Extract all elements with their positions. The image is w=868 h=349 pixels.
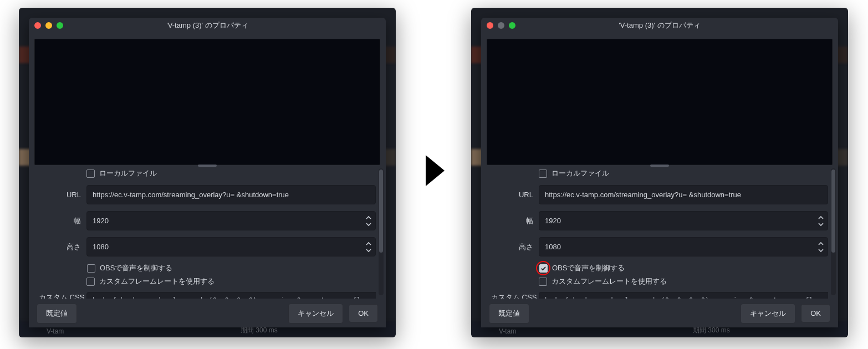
width-label: 幅: [491, 216, 539, 226]
width-input[interactable]: 1920: [86, 211, 376, 230]
titlebar: 'V-tamp (3)' のプロパティ: [29, 18, 386, 33]
bottom-hint-source: V-tam: [47, 327, 64, 335]
dialog-footer: 既定値 キャンセル OK: [29, 299, 386, 327]
chevron-up-icon[interactable]: [364, 215, 374, 220]
height-stepper[interactable]: [816, 239, 826, 255]
custom-css-label: カスタム CSS: [39, 292, 86, 299]
local-file-toggle[interactable]: ローカルファイル: [539, 168, 828, 178]
width-label: 幅: [39, 216, 86, 226]
height-label: 高さ: [491, 242, 539, 252]
window-controls: [34, 22, 63, 29]
custom-css-input[interactable]: body { background-color: rgba(0, 0, 0, 0…: [86, 292, 376, 299]
url-label: URL: [39, 191, 86, 199]
custom-css-input[interactable]: body { background-color: rgba(0, 0, 0, 0…: [539, 292, 828, 299]
checkbox-icon: [86, 278, 95, 286]
bottom-hint-source: V-tam: [499, 327, 516, 335]
chevron-down-icon[interactable]: [816, 248, 826, 253]
scrollbar-thumb[interactable]: [831, 170, 835, 253]
chevron-down-icon[interactable]: [364, 222, 374, 227]
maximize-icon[interactable]: [509, 22, 515, 29]
local-file-toggle[interactable]: ローカルファイル: [86, 168, 376, 178]
chevron-up-icon[interactable]: [364, 241, 374, 247]
maximize-icon[interactable]: [57, 22, 63, 29]
control-audio-toggle[interactable]: OBSで音声を制御する: [86, 263, 376, 273]
custom-fps-toggle[interactable]: カスタムフレームレートを使用する: [539, 276, 828, 286]
checkbox-icon: [87, 264, 95, 273]
defaults-button[interactable]: 既定値: [37, 304, 77, 324]
chevron-up-icon[interactable]: [816, 241, 826, 247]
cancel-button[interactable]: キャンセル: [741, 304, 795, 324]
url-input[interactable]: https://ec.v-tamp.com/streaming_overlay?…: [86, 185, 376, 204]
minimize-icon[interactable]: [45, 22, 52, 29]
checkbox-icon: [539, 170, 547, 178]
close-icon[interactable]: [34, 22, 41, 29]
dialog-footer: 既定値 キャンセル OK: [481, 299, 838, 327]
source-preview: [487, 39, 833, 165]
before-panel: V-tam 期間 300 ms 'V-tamp (3)' のプロパティ ローカ: [19, 8, 396, 337]
height-input[interactable]: 1080: [86, 237, 376, 256]
cancel-button[interactable]: キャンセル: [288, 304, 343, 324]
arrow-right-icon: [426, 155, 445, 186]
control-audio-label: OBSで音声を制御する: [552, 263, 625, 273]
scrollbar[interactable]: [831, 168, 836, 295]
minimize-icon[interactable]: [498, 22, 504, 29]
checkbox-icon: [86, 170, 95, 178]
ok-button[interactable]: OK: [801, 304, 830, 322]
width-input[interactable]: 1920: [539, 211, 828, 230]
local-file-label: ローカルファイル: [552, 168, 609, 178]
properties-dialog: 'V-tamp (3)' のプロパティ ローカルファイル URL https:/…: [481, 18, 838, 327]
window-title: 'V-tamp (3)' のプロパティ: [166, 20, 248, 30]
defaults-button[interactable]: 既定値: [489, 304, 529, 324]
window-controls: [487, 22, 515, 29]
control-audio-toggle[interactable]: OBSで音声を制御する: [539, 263, 828, 273]
scrollbar-thumb[interactable]: [379, 170, 383, 253]
height-input[interactable]: 1080: [539, 237, 828, 256]
custom-fps-label: カスタムフレームレートを使用する: [99, 276, 215, 286]
custom-fps-toggle[interactable]: カスタムフレームレートを使用する: [86, 276, 376, 286]
chevron-down-icon[interactable]: [364, 248, 374, 253]
close-icon[interactable]: [487, 22, 493, 29]
custom-css-label: カスタム CSS: [491, 292, 539, 299]
window-title: 'V-tamp (3)' のプロパティ: [619, 20, 700, 30]
url-input[interactable]: https://ec.v-tamp.com/streaming_overlay?…: [539, 185, 828, 204]
source-preview: [34, 39, 380, 165]
chevron-down-icon[interactable]: [816, 222, 826, 227]
properties-dialog: 'V-tamp (3)' のプロパティ ローカルファイル URL: [29, 18, 386, 327]
width-stepper[interactable]: [364, 213, 374, 229]
chevron-up-icon[interactable]: [816, 215, 826, 220]
control-audio-label: OBSで音声を制御する: [100, 263, 172, 273]
ok-button[interactable]: OK: [349, 304, 378, 322]
url-label: URL: [491, 191, 539, 199]
titlebar: 'V-tamp (3)' のプロパティ: [481, 18, 838, 33]
width-stepper[interactable]: [816, 213, 826, 229]
custom-fps-label: カスタムフレームレートを使用する: [552, 276, 667, 286]
after-panel: V-tam 期間 300 ms 'V-tamp (3)' のプロパティ ローカル…: [471, 8, 848, 337]
local-file-label: ローカルファイル: [99, 168, 157, 178]
highlight-ring-icon: [536, 261, 550, 275]
scrollbar[interactable]: [379, 168, 384, 295]
checkbox-icon: [539, 264, 548, 273]
height-label: 高さ: [39, 242, 86, 252]
height-stepper[interactable]: [364, 239, 374, 255]
checkbox-wrap: [84, 261, 98, 275]
checkbox-icon: [539, 278, 547, 286]
